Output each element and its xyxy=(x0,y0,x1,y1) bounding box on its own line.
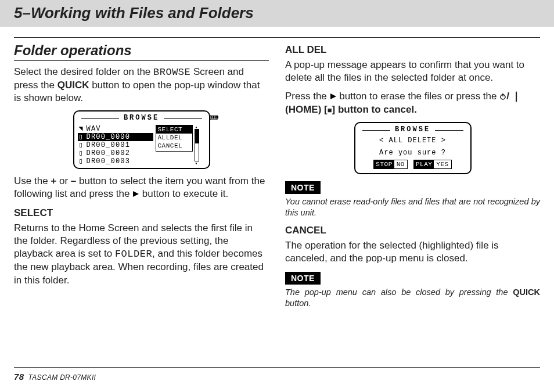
play-yes-button: PLAY YES xyxy=(413,160,452,169)
lcd-title-row: BROWSE xyxy=(81,114,202,123)
file-list: ◥WAV ▯DR00_0000 ▯DR00_0001 ▯DR00_0002 ▯D… xyxy=(78,125,153,166)
section-rule xyxy=(14,60,269,61)
para-plusminus: Use the + or – button to select the item… xyxy=(14,175,269,201)
pause-bar-icon: ❘ xyxy=(512,91,520,102)
svg-rect-3 xyxy=(213,116,215,119)
folder-open-icon: ◥ xyxy=(78,125,85,133)
stop-no-button: STOP NO xyxy=(373,160,408,169)
svg-rect-1 xyxy=(217,116,218,118)
file-name: WAV xyxy=(87,125,101,133)
list-item: ▯DR00_0002 xyxy=(78,149,153,157)
text: Select the desired folder on the xyxy=(14,66,153,77)
svg-marker-5 xyxy=(133,191,139,197)
text: Press the xyxy=(285,91,330,102)
menu-item: ALLDEL xyxy=(156,134,192,142)
text: button to erase the files or press the xyxy=(337,91,500,102)
body: Folder operations Select the desired fol… xyxy=(0,27,554,315)
lcd-title-row: BROWSE xyxy=(362,125,463,135)
press-para: Press the button to erase the files or p… xyxy=(285,90,540,116)
folder-mode-name: FOLDER xyxy=(115,249,152,260)
file-name: DR00_0002 xyxy=(87,149,131,157)
svg-marker-6 xyxy=(330,93,336,99)
list-item: ▯DR00_0001 xyxy=(78,141,153,149)
page-footer: 78 TASCAM DR-07MKII xyxy=(14,367,540,383)
file-name: DR00_0000 xyxy=(87,133,131,141)
file-name: DR00_0003 xyxy=(87,157,131,166)
button-key: STOP xyxy=(374,160,394,168)
cancel-para: The operation for the selected (highligh… xyxy=(285,239,540,265)
confirm-heading: < ALL DELETE > xyxy=(365,136,461,146)
note-text: The pop-up menu can also be closed by pr… xyxy=(285,287,540,309)
page: 5–Working with Files and Folders Folder … xyxy=(0,0,554,392)
svg-rect-2 xyxy=(211,116,213,119)
list-item: ▯DR00_0003 xyxy=(78,157,153,166)
text: ) [ xyxy=(318,104,328,115)
file-icon: ▯ xyxy=(78,133,85,141)
footer-text: 78 TASCAM DR-07MKII xyxy=(14,371,540,383)
note-text: You cannot erase read-only files and fil… xyxy=(285,196,540,218)
file-icon: ▯ xyxy=(78,149,85,157)
play-icon xyxy=(330,91,337,103)
file-icon: ▯ xyxy=(78,157,85,166)
confirm-message: Are you sure ? xyxy=(365,149,461,158)
button-key: PLAY xyxy=(414,160,434,168)
chapter-header: 5–Working with Files and Folders xyxy=(0,0,554,27)
confirm-dialog: < ALL DELETE > Are you sure ? STOP NO PL… xyxy=(365,136,461,169)
section-title: Folder operations xyxy=(14,41,269,59)
footer-rule xyxy=(14,367,540,368)
alldel-heading: ALL DEL xyxy=(285,44,540,56)
menu-item: SELECT xyxy=(156,125,192,134)
chapter-title: 5–Working with Files and Folders xyxy=(14,4,254,21)
list-item: ▯DR00_0000 xyxy=(78,133,153,141)
quick-button-label: QUICK xyxy=(57,80,89,91)
text: button to execute it. xyxy=(139,188,228,199)
cancel-heading: CANCEL xyxy=(285,224,540,237)
button-value: NO xyxy=(394,160,407,168)
lcd-title: BROWSE xyxy=(393,125,433,135)
select-para: Returns to the Home Screen and selects t… xyxy=(14,222,269,286)
lcd-title: BROWSE xyxy=(121,114,161,123)
column-left: Folder operations Select the desired fol… xyxy=(14,41,269,315)
figure-browse-popup: BROWSE ◥WAV ▯DR00_0000 ▯DR00_0001 xyxy=(14,110,269,169)
stop-icon: ■ xyxy=(328,106,332,114)
text: ] button to cancel. xyxy=(332,104,417,115)
plus-button-label: + xyxy=(51,175,56,186)
select-heading: SELECT xyxy=(14,207,269,220)
battery-icon xyxy=(210,115,218,120)
file-icon: ▯ xyxy=(78,141,85,149)
scroll-down-icon: ▾ xyxy=(195,161,199,166)
note-label: NOTE xyxy=(285,272,321,285)
page-number: 78 xyxy=(14,372,24,382)
list-item: ◥WAV xyxy=(78,125,153,133)
slash: / xyxy=(506,91,512,102)
text: button. xyxy=(285,299,311,308)
note-label: NOTE xyxy=(285,181,321,194)
columns: Folder operations Select the desired fol… xyxy=(14,41,540,315)
column-right: ALL DEL A pop-up message appears to conf… xyxy=(285,41,540,315)
top-rule xyxy=(14,37,540,38)
file-name: DR00_0001 xyxy=(87,141,131,149)
menu-item: CANCEL xyxy=(156,142,192,150)
svg-rect-4 xyxy=(215,116,217,119)
text: The pop-up menu can also be closed by pr… xyxy=(285,287,513,297)
minus-button-label: – xyxy=(71,175,76,186)
button-value: YES xyxy=(434,160,451,168)
home-button-label: HOME xyxy=(289,104,318,115)
scroll-up-icon: ▴ xyxy=(195,125,199,129)
play-icon xyxy=(132,188,139,201)
quick-button-label: QUICK xyxy=(513,287,540,297)
text: Use the xyxy=(14,175,51,186)
scrollbar: ▴ ▾ xyxy=(195,125,199,166)
para-intro: Select the desired folder on the BROWSE … xyxy=(14,66,269,105)
popup-menu: SELECT ALLDEL CANCEL xyxy=(156,125,193,152)
text: or xyxy=(56,175,71,186)
browse-screen-name: BROWSE xyxy=(153,67,190,78)
power-icon xyxy=(499,91,506,103)
figure-all-delete: BROWSE < ALL DELETE > Are you sure ? STO… xyxy=(285,122,540,174)
alldel-para: A pop-up message appears to confirm that… xyxy=(285,59,540,84)
model-name: TASCAM DR-07MKII xyxy=(28,373,96,382)
